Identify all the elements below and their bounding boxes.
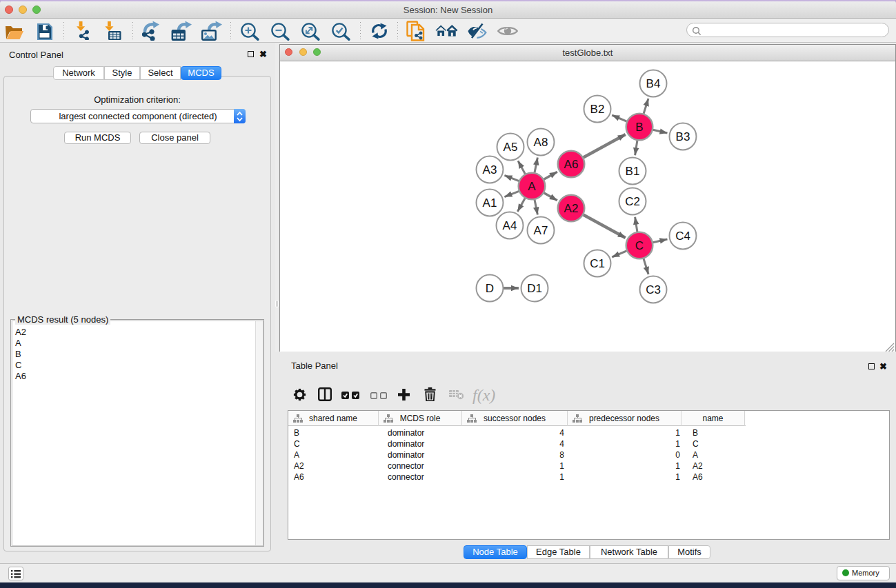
svg-text:A: A [528,180,536,193]
svg-text:C4: C4 [675,230,690,243]
svg-text:C: C [635,239,644,252]
svg-text:B4: B4 [646,77,661,90]
svg-text:C2: C2 [625,195,640,208]
svg-text:A8: A8 [534,136,548,149]
svg-text:C3: C3 [646,283,661,296]
svg-text:D: D [486,282,494,295]
svg-text:A5: A5 [504,141,518,154]
svg-text:C1: C1 [590,257,605,270]
svg-text:A1: A1 [483,196,497,210]
svg-text:B3: B3 [676,130,690,143]
svg-text:A3: A3 [483,163,497,176]
svg-text:D1: D1 [527,282,542,295]
svg-text:A4: A4 [503,219,517,232]
svg-text:B1: B1 [626,165,640,178]
svg-text:B2: B2 [590,103,605,116]
svg-text:A7: A7 [534,224,548,237]
svg-text:A2: A2 [564,202,579,215]
svg-text:B: B [635,121,643,134]
svg-text:A6: A6 [564,158,579,171]
